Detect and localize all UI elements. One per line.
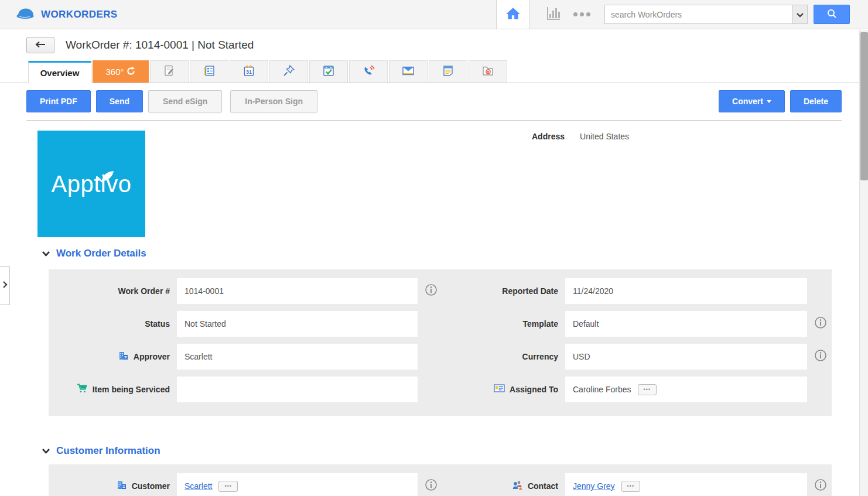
section-title: Customer Information xyxy=(56,445,160,457)
assigned-to-value[interactable]: Caroline Forbes ••• xyxy=(565,377,807,402)
title-bar: WorkOrder #: 1014-0001 | Not Started xyxy=(0,29,868,60)
customer-more-button[interactable]: ••• xyxy=(218,481,237,492)
address-label: Address xyxy=(532,132,565,141)
work-order-number-value[interactable]: 1014-0001 xyxy=(177,278,418,304)
info-icon[interactable] xyxy=(814,478,827,494)
tab-emails[interactable] xyxy=(389,60,428,83)
delete-button[interactable]: Delete xyxy=(790,90,842,112)
field-template: Template Default xyxy=(445,311,834,337)
item-being-serviced-label: Item being Serviced xyxy=(93,385,170,394)
chevron-right-icon xyxy=(2,281,8,291)
assigned-to-label: Assigned To xyxy=(510,385,558,394)
reports-button[interactable] xyxy=(545,6,562,23)
template-value[interactable]: Default xyxy=(565,311,807,337)
contact-link[interactable]: Jenny Grey xyxy=(573,481,615,491)
building-icon xyxy=(117,480,127,492)
tasks-icon xyxy=(322,64,335,80)
record-content: Apptivo Address United States Work Order… xyxy=(0,119,868,496)
address-value: United States xyxy=(580,132,629,141)
tab-newsfeed[interactable] xyxy=(190,60,228,83)
customer-label: Customer xyxy=(132,481,170,491)
assigned-to-more-button[interactable]: ••• xyxy=(638,384,657,395)
work-order-details-panel: Work Order # 1014-0001 Reported Date 11/… xyxy=(49,269,832,416)
currency-value[interactable]: USD xyxy=(565,344,807,370)
caret-down-icon xyxy=(767,100,771,103)
convert-button-label: Convert xyxy=(732,97,763,106)
tab-360-label: 360° xyxy=(105,67,124,77)
customer-value: Scarlett ••• xyxy=(177,473,418,496)
in-person-sign-button[interactable]: In-Person Sign xyxy=(230,90,317,112)
field-approver: Approver Scarlett xyxy=(49,344,445,370)
action-toolbar: Print PDF Send Send eSign In-Person Sign… xyxy=(0,83,868,112)
tab-call-logs[interactable] xyxy=(349,60,388,83)
info-icon[interactable] xyxy=(425,283,438,299)
attachments-icon xyxy=(481,64,494,80)
calls-icon xyxy=(362,64,375,80)
leaf-icon xyxy=(95,162,115,188)
tab-notes[interactable] xyxy=(429,60,467,83)
info-icon[interactable] xyxy=(814,316,827,331)
back-arrow-icon xyxy=(35,40,46,50)
rotate-arrow-icon xyxy=(126,66,136,78)
section-customer-information[interactable]: Customer Information xyxy=(42,445,160,457)
section-work-order-details[interactable]: Work Order Details xyxy=(42,248,146,259)
scrollbar-thumb[interactable] xyxy=(860,32,868,180)
contact-label: Contact xyxy=(528,481,558,491)
status-label: Status xyxy=(145,319,170,329)
tab-attachments[interactable] xyxy=(469,60,507,83)
field-item-being-serviced: Item being Serviced xyxy=(49,377,445,402)
reported-date-label: Reported Date xyxy=(502,286,558,296)
contact-value: Jenny Grey ••• xyxy=(565,473,807,496)
building-icon xyxy=(118,351,129,363)
search-scope-dropdown[interactable] xyxy=(792,5,808,24)
contact-more-button[interactable]: ••• xyxy=(621,481,640,492)
field-customer: Customer Scarlett ••• xyxy=(49,473,445,496)
search-input[interactable] xyxy=(604,5,792,24)
send-button[interactable]: Send xyxy=(96,90,143,112)
activities-icon xyxy=(163,64,176,80)
home-button[interactable] xyxy=(496,0,530,29)
back-button[interactable] xyxy=(26,37,54,53)
more-apps-button[interactable] xyxy=(573,12,590,16)
chevron-down-icon xyxy=(42,446,50,456)
left-panel-expander[interactable] xyxy=(0,266,10,305)
tab-activities[interactable] xyxy=(150,60,189,83)
tab-tasks[interactable] xyxy=(309,60,348,83)
address-row: Address United States xyxy=(532,132,629,141)
app-title: WORKORDERS xyxy=(41,9,118,20)
reported-date-value[interactable]: 11/24/2020 xyxy=(565,278,807,304)
customer-link[interactable]: Scarlett xyxy=(184,481,212,491)
contact-card-icon xyxy=(494,384,505,395)
bar-chart-icon xyxy=(545,13,562,23)
print-pdf-button[interactable]: Print PDF xyxy=(26,90,91,112)
tab-strip: Overview 360° xyxy=(0,60,868,83)
search-icon xyxy=(826,8,837,21)
approver-label: Approver xyxy=(134,352,170,361)
field-assigned-to: Assigned To Caroline Forbes ••• xyxy=(445,377,834,402)
app-logo[interactable]: WORKORDERS xyxy=(0,6,118,23)
ellipsis-icon xyxy=(573,12,590,16)
tab-overview[interactable]: Overview xyxy=(28,61,91,83)
customer-information-panel: Customer Scarlett ••• xyxy=(49,464,832,496)
field-reported-date: Reported Date 11/24/2020 xyxy=(445,278,834,304)
work-order-number-label: Work Order # xyxy=(118,286,170,296)
status-value[interactable]: Not Started xyxy=(177,311,418,337)
field-contact: Contact Jenny Grey ••• xyxy=(445,473,834,496)
approver-value[interactable]: Scarlett xyxy=(177,344,418,370)
notes-icon xyxy=(442,64,454,80)
app-header: WORKORDERS xyxy=(0,0,868,29)
send-esign-button[interactable]: Send eSign xyxy=(148,90,222,112)
chevron-down-icon xyxy=(796,9,804,20)
info-icon[interactable] xyxy=(814,349,827,364)
tab-calendar[interactable]: 31 xyxy=(230,60,268,83)
assigned-to-name: Caroline Forbes xyxy=(573,385,631,394)
convert-button[interactable]: Convert xyxy=(719,90,785,112)
svg-text:31: 31 xyxy=(246,69,252,75)
tab-followups[interactable] xyxy=(269,60,308,83)
info-icon[interactable] xyxy=(425,478,438,494)
item-being-serviced-value[interactable] xyxy=(177,377,418,402)
search-submit-button[interactable] xyxy=(814,5,850,24)
tab-360-view[interactable]: 360° xyxy=(93,60,149,83)
vertical-scrollbar[interactable] xyxy=(859,30,868,496)
newsfeed-icon xyxy=(203,64,216,80)
